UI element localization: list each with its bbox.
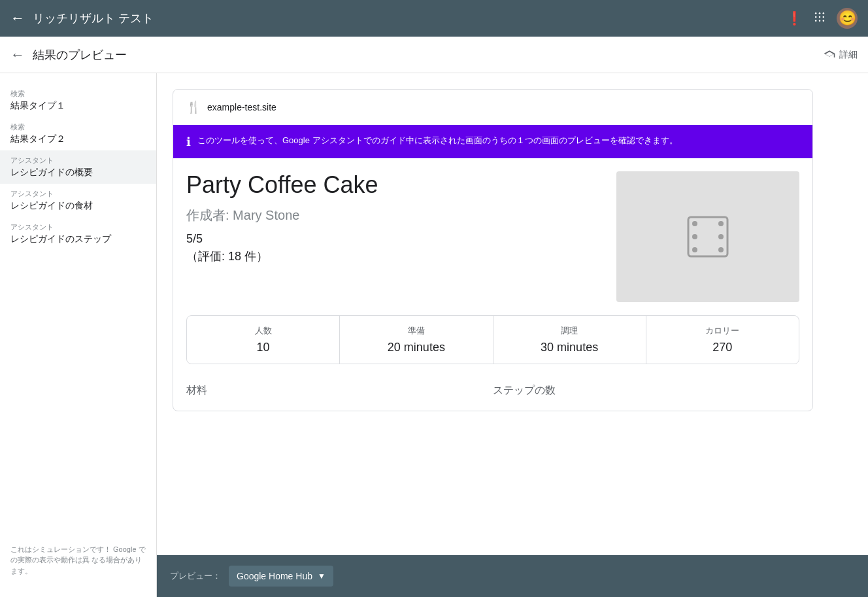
svg-point-10 — [692, 221, 697, 226]
recipe-image — [616, 171, 799, 302]
fork-knife-icon: 🍴 — [186, 100, 201, 114]
detail-label: 詳細 — [839, 49, 858, 61]
sidebar-items: 検索 結果タイプ１ 検索 結果タイプ２ アシスタント レシピガイドの概要 アシス… — [0, 84, 156, 534]
stat-servings-value: 10 — [197, 341, 329, 354]
svg-point-6 — [815, 20, 817, 22]
svg-point-4 — [819, 16, 821, 18]
main-content: 🍴 example-test.site ℹ このツールを使って、Google ア… — [157, 73, 868, 597]
bottom-label-steps: ステップの数 — [493, 384, 799, 398]
svg-point-0 — [815, 12, 817, 14]
stats-table: 人数 10 準備 20 minutes 調理 30 minutes カロリー 2… — [186, 315, 799, 364]
stat-calories-value: 270 — [657, 341, 788, 354]
top-header-back-button[interactable]: ← — [10, 10, 25, 27]
sidebar-item-recipe-ingredients[interactable]: アシスタント レシピガイドの食材 — [0, 184, 156, 217]
grid-icon[interactable] — [813, 10, 826, 27]
stat-servings: 人数 10 — [187, 316, 340, 364]
sidebar-label-1: 結果タイプ１ — [10, 100, 146, 112]
svg-point-1 — [819, 12, 821, 14]
svg-point-13 — [718, 221, 724, 226]
sidebar-category-1: 検索 — [10, 89, 146, 99]
recipe-author: 作成者: Mary Stone — [186, 207, 603, 224]
recipe-reviews: （評価: 18 件） — [186, 248, 603, 264]
svg-point-14 — [718, 234, 724, 239]
avatar[interactable]: 😊 — [837, 8, 858, 29]
stat-cook: 調理 30 minutes — [493, 316, 646, 364]
main-layout: 検索 結果タイプ１ 検索 結果タイプ２ アシスタント レシピガイドの概要 アシス… — [0, 73, 868, 597]
card-site-header: 🍴 example-test.site — [173, 90, 812, 125]
sidebar-label-2: 結果タイプ２ — [10, 133, 146, 145]
sidebar-category-3: アシスタント — [10, 156, 146, 165]
sidebar-category-2: 検索 — [10, 122, 146, 132]
svg-point-5 — [823, 16, 825, 18]
svg-point-2 — [823, 12, 825, 14]
svg-point-8 — [823, 20, 825, 22]
bottom-label-ingredients: 材料 — [186, 384, 493, 398]
recipe-info: Party Coffee Cake 作成者: Mary Stone 5/5 （評… — [186, 171, 603, 302]
stat-calories: カロリー 270 — [646, 316, 799, 364]
stat-prep-label: 準備 — [350, 325, 482, 337]
sidebar-category-4: アシスタント — [10, 189, 146, 199]
dropdown-label: Google Home Hub — [237, 571, 312, 581]
info-icon: ℹ — [186, 135, 191, 149]
bottom-labels: 材料 ステップの数 — [173, 377, 812, 411]
preview-card: 🍴 example-test.site ℹ このツールを使って、Google ア… — [173, 89, 813, 411]
svg-point-12 — [692, 247, 697, 252]
sidebar: 検索 結果タイプ１ 検索 結果タイプ２ アシスタント レシピガイドの概要 アシス… — [0, 73, 157, 597]
stat-cook-value: 30 minutes — [504, 341, 635, 354]
sub-header-title: 結果のプレビュー — [33, 47, 816, 63]
site-name: example-test.site — [207, 102, 276, 112]
bottom-bar: プレビュー： Google Home Hub ▼ — [157, 555, 868, 597]
sub-header: ← 結果のプレビュー 詳細 — [0, 37, 868, 73]
sidebar-item-recipe-overview[interactable]: アシスタント レシピガイドの概要 — [0, 150, 156, 184]
stat-prep: 準備 20 minutes — [340, 316, 493, 364]
svg-point-7 — [819, 20, 821, 22]
preview-dropdown-button[interactable]: Google Home Hub ▼ — [229, 566, 333, 587]
preview-label: プレビュー： — [170, 570, 221, 582]
sidebar-item-recipe-steps[interactable]: アシスタント レシピガイドのステップ — [0, 217, 156, 250]
chevron-down-icon: ▼ — [318, 571, 326, 581]
sub-header-back-button[interactable]: ← — [10, 46, 25, 63]
sidebar-footer: これはシミュレーションです！ Google での実際の表示や動作は異 なる場合が… — [0, 534, 156, 587]
sidebar-item-result-type-1[interactable]: 検索 結果タイプ１ — [0, 84, 156, 117]
recipe-content: Party Coffee Cake 作成者: Mary Stone 5/5 （評… — [173, 158, 812, 315]
sidebar-label-4: レシピガイドの食材 — [10, 200, 146, 212]
top-header: ← リッチリザルト テスト ❗ 😊 — [0, 0, 868, 37]
stat-prep-value: 20 minutes — [350, 341, 482, 354]
sidebar-label-3: レシピガイドの概要 — [10, 167, 146, 179]
svg-point-11 — [692, 234, 697, 239]
detail-button[interactable]: 詳細 — [824, 49, 858, 61]
avatar-face: 😊 — [839, 10, 856, 27]
info-banner: ℹ このツールを使って、Google アシスタントでのガイド中に表示された画面の… — [173, 125, 812, 158]
top-header-title: リッチリザルト テスト — [33, 10, 778, 26]
info-text: このツールを使って、Google アシスタントでのガイド中に表示された画面のうち… — [197, 134, 678, 147]
sidebar-label-5: レシピガイドのステップ — [10, 233, 146, 245]
notification-icon[interactable]: ❗ — [786, 10, 803, 26]
stat-servings-label: 人数 — [197, 325, 329, 337]
sidebar-item-result-type-2[interactable]: 検索 結果タイプ２ — [0, 117, 156, 150]
stat-cook-label: 調理 — [504, 325, 635, 337]
recipe-title: Party Coffee Cake — [186, 171, 603, 199]
svg-point-3 — [815, 16, 817, 18]
sidebar-category-5: アシスタント — [10, 222, 146, 232]
top-header-icons: ❗ 😊 — [786, 8, 858, 29]
svg-point-15 — [718, 247, 724, 252]
recipe-rating: 5/5 — [186, 232, 603, 246]
stat-calories-label: カロリー — [657, 325, 788, 337]
